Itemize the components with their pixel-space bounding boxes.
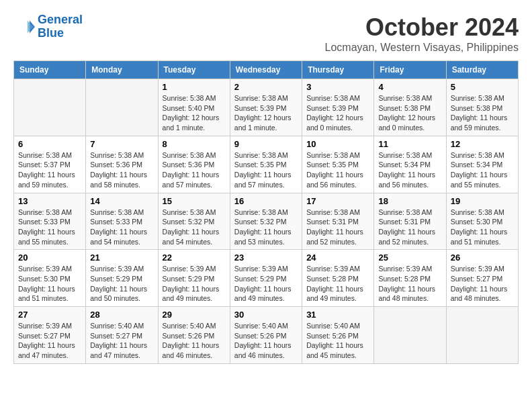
day-info: Sunrise: 5:38 AM Sunset: 5:31 PM Dayligh… xyxy=(306,208,369,247)
day-info: Sunrise: 5:38 AM Sunset: 5:31 PM Dayligh… xyxy=(378,208,441,247)
day-info: Sunrise: 5:39 AM Sunset: 5:29 PM Dayligh… xyxy=(234,264,298,304)
calendar-cell: 7Sunrise: 5:38 AM Sunset: 5:36 PM Daylig… xyxy=(86,136,158,193)
day-number: 5 xyxy=(451,82,514,92)
calendar-cell xyxy=(14,79,86,136)
day-info: Sunrise: 5:39 AM Sunset: 5:29 PM Dayligh… xyxy=(163,264,226,304)
day-number: 28 xyxy=(90,310,153,320)
day-number: 24 xyxy=(306,253,369,263)
day-number: 1 xyxy=(163,82,226,92)
calendar-cell: 22Sunrise: 5:39 AM Sunset: 5:29 PM Dayli… xyxy=(158,250,230,307)
calendar-cell: 30Sunrise: 5:40 AM Sunset: 5:26 PM Dayli… xyxy=(230,307,302,364)
day-number: 7 xyxy=(90,139,153,149)
calendar-header: SundayMondayTuesdayWednesdayThursdayFrid… xyxy=(14,61,519,79)
calendar-cell: 6Sunrise: 5:38 AM Sunset: 5:37 PM Daylig… xyxy=(14,136,86,193)
week-row-2: 6Sunrise: 5:38 AM Sunset: 5:37 PM Daylig… xyxy=(14,136,519,193)
calendar-cell: 14Sunrise: 5:38 AM Sunset: 5:33 PM Dayli… xyxy=(86,193,158,250)
calendar-cell xyxy=(86,79,158,136)
logo-line2: Blue xyxy=(38,26,64,40)
day-number: 14 xyxy=(90,196,153,206)
day-number: 31 xyxy=(306,310,369,320)
week-row-1: 1Sunrise: 5:38 AM Sunset: 5:40 PM Daylig… xyxy=(14,79,519,136)
day-info: Sunrise: 5:38 AM Sunset: 5:38 PM Dayligh… xyxy=(451,93,514,133)
day-number: 23 xyxy=(234,253,298,263)
calendar-cell: 12Sunrise: 5:38 AM Sunset: 5:34 PM Dayli… xyxy=(446,136,518,193)
day-number: 27 xyxy=(18,310,81,320)
day-number: 29 xyxy=(163,310,226,320)
day-info: Sunrise: 5:38 AM Sunset: 5:32 PM Dayligh… xyxy=(163,208,226,247)
day-number: 10 xyxy=(306,139,369,149)
title-section: October 2024 Locmayan, Western Visayas, … xyxy=(325,13,519,54)
day-info: Sunrise: 5:39 AM Sunset: 5:28 PM Dayligh… xyxy=(306,264,369,304)
calendar-cell: 28Sunrise: 5:40 AM Sunset: 5:27 PM Dayli… xyxy=(86,307,158,364)
day-number: 3 xyxy=(306,82,369,92)
day-info: Sunrise: 5:38 AM Sunset: 5:35 PM Dayligh… xyxy=(306,150,369,190)
logo-text: General Blue xyxy=(38,13,83,40)
day-info: Sunrise: 5:38 AM Sunset: 5:30 PM Dayligh… xyxy=(451,208,514,247)
column-header-monday: Monday xyxy=(86,61,158,79)
week-row-5: 27Sunrise: 5:39 AM Sunset: 5:27 PM Dayli… xyxy=(14,307,519,364)
day-number: 18 xyxy=(378,196,441,206)
calendar-table: SundayMondayTuesdayWednesdayThursdayFrid… xyxy=(13,60,519,364)
calendar-cell: 21Sunrise: 5:39 AM Sunset: 5:29 PM Dayli… xyxy=(86,250,158,307)
calendar-cell: 15Sunrise: 5:38 AM Sunset: 5:32 PM Dayli… xyxy=(158,193,230,250)
day-info: Sunrise: 5:38 AM Sunset: 5:40 PM Dayligh… xyxy=(163,93,226,133)
day-number: 30 xyxy=(234,310,298,320)
page-header: General Blue October 2024 Locmayan, West… xyxy=(13,13,519,54)
calendar-cell: 13Sunrise: 5:38 AM Sunset: 5:33 PM Dayli… xyxy=(14,193,86,250)
header-row: SundayMondayTuesdayWednesdayThursdayFrid… xyxy=(14,61,519,79)
day-info: Sunrise: 5:38 AM Sunset: 5:34 PM Dayligh… xyxy=(451,150,514,190)
month-title: October 2024 xyxy=(325,13,519,42)
calendar-cell: 31Sunrise: 5:40 AM Sunset: 5:26 PM Dayli… xyxy=(302,307,374,364)
calendar-cell: 9Sunrise: 5:38 AM Sunset: 5:35 PM Daylig… xyxy=(230,136,302,193)
day-number: 21 xyxy=(90,253,153,263)
location-title: Locmayan, Western Visayas, Philippines xyxy=(325,42,519,54)
day-info: Sunrise: 5:38 AM Sunset: 5:36 PM Dayligh… xyxy=(90,150,153,190)
day-info: Sunrise: 5:38 AM Sunset: 5:36 PM Dayligh… xyxy=(163,150,226,190)
day-info: Sunrise: 5:39 AM Sunset: 5:30 PM Dayligh… xyxy=(18,264,81,304)
day-number: 19 xyxy=(451,196,514,206)
column-header-sunday: Sunday xyxy=(14,61,86,79)
week-row-4: 20Sunrise: 5:39 AM Sunset: 5:30 PM Dayli… xyxy=(14,250,519,307)
calendar-cell: 25Sunrise: 5:39 AM Sunset: 5:28 PM Dayli… xyxy=(374,250,446,307)
logo-line1: General xyxy=(38,13,83,26)
day-number: 26 xyxy=(451,253,514,263)
calendar-cell: 19Sunrise: 5:38 AM Sunset: 5:30 PM Dayli… xyxy=(446,193,518,250)
day-info: Sunrise: 5:39 AM Sunset: 5:27 PM Dayligh… xyxy=(18,321,81,361)
day-number: 20 xyxy=(18,253,81,263)
day-info: Sunrise: 5:38 AM Sunset: 5:33 PM Dayligh… xyxy=(18,208,81,247)
day-number: 12 xyxy=(451,139,514,149)
column-header-wednesday: Wednesday xyxy=(230,61,302,79)
day-number: 22 xyxy=(163,253,226,263)
calendar-cell: 16Sunrise: 5:38 AM Sunset: 5:32 PM Dayli… xyxy=(230,193,302,250)
day-info: Sunrise: 5:38 AM Sunset: 5:35 PM Dayligh… xyxy=(234,150,298,190)
day-info: Sunrise: 5:38 AM Sunset: 5:38 PM Dayligh… xyxy=(378,93,441,133)
calendar-cell xyxy=(446,307,518,364)
calendar-cell xyxy=(374,307,446,364)
day-number: 8 xyxy=(163,139,226,149)
day-info: Sunrise: 5:40 AM Sunset: 5:27 PM Dayligh… xyxy=(90,321,153,361)
day-info: Sunrise: 5:39 AM Sunset: 5:27 PM Dayligh… xyxy=(451,264,514,304)
day-info: Sunrise: 5:38 AM Sunset: 5:39 PM Dayligh… xyxy=(234,93,298,133)
calendar-cell: 27Sunrise: 5:39 AM Sunset: 5:27 PM Dayli… xyxy=(14,307,86,364)
day-info: Sunrise: 5:38 AM Sunset: 5:33 PM Dayligh… xyxy=(90,208,153,247)
day-info: Sunrise: 5:38 AM Sunset: 5:37 PM Dayligh… xyxy=(18,150,81,190)
calendar-cell: 18Sunrise: 5:38 AM Sunset: 5:31 PM Dayli… xyxy=(374,193,446,250)
day-number: 16 xyxy=(234,196,298,206)
day-info: Sunrise: 5:40 AM Sunset: 5:26 PM Dayligh… xyxy=(234,321,298,361)
calendar-cell: 8Sunrise: 5:38 AM Sunset: 5:36 PM Daylig… xyxy=(158,136,230,193)
day-number: 11 xyxy=(378,139,441,149)
column-header-friday: Friday xyxy=(374,61,446,79)
logo: General Blue xyxy=(13,13,83,40)
calendar-cell: 5Sunrise: 5:38 AM Sunset: 5:38 PM Daylig… xyxy=(446,79,518,136)
calendar-cell: 3Sunrise: 5:38 AM Sunset: 5:39 PM Daylig… xyxy=(302,79,374,136)
day-number: 9 xyxy=(234,139,298,149)
calendar-cell: 1Sunrise: 5:38 AM Sunset: 5:40 PM Daylig… xyxy=(158,79,230,136)
calendar-cell: 10Sunrise: 5:38 AM Sunset: 5:35 PM Dayli… xyxy=(302,136,374,193)
calendar-body: 1Sunrise: 5:38 AM Sunset: 5:40 PM Daylig… xyxy=(14,79,519,364)
calendar-cell: 20Sunrise: 5:39 AM Sunset: 5:30 PM Dayli… xyxy=(14,250,86,307)
calendar-cell: 24Sunrise: 5:39 AM Sunset: 5:28 PM Dayli… xyxy=(302,250,374,307)
day-info: Sunrise: 5:38 AM Sunset: 5:34 PM Dayligh… xyxy=(378,150,441,190)
day-number: 17 xyxy=(306,196,369,206)
calendar-cell: 29Sunrise: 5:40 AM Sunset: 5:26 PM Dayli… xyxy=(158,307,230,364)
logo-icon xyxy=(13,16,35,38)
